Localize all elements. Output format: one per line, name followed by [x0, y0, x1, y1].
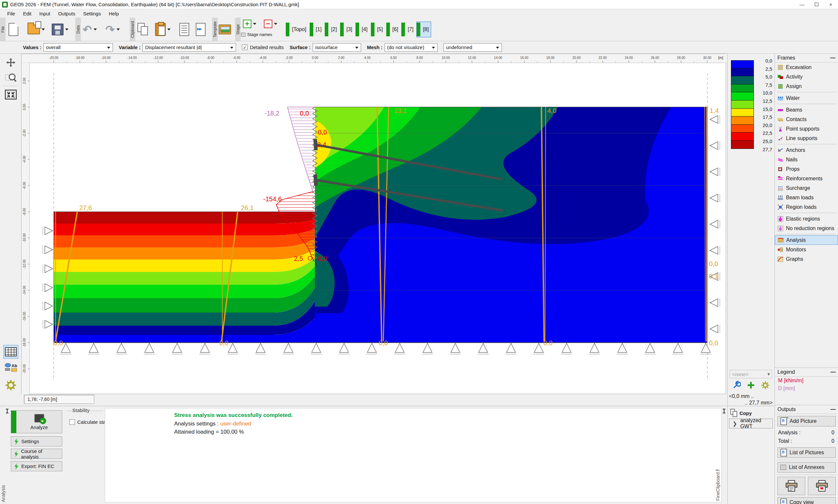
stage-tab-8[interactable]: [8]	[416, 22, 431, 37]
scale-preset-select[interactable]: <none> ▾	[730, 370, 772, 378]
add-stage-button[interactable]: +	[243, 18, 256, 30]
minimize-button[interactable]: —	[795, 0, 809, 9]
scale-edit-button[interactable]	[732, 381, 741, 390]
template-button[interactable]	[219, 20, 231, 39]
redo-button[interactable]: ↷	[105, 20, 120, 39]
stage-tab-Topo[interactable]: [Topo]	[285, 22, 309, 37]
zoom-tool-button[interactable]	[3, 71, 18, 85]
frame-item-props[interactable]: Props	[775, 164, 838, 174]
export-fin-ec-button[interactable]: Export: FIN EC	[11, 461, 62, 471]
stage-tab-7[interactable]: [7]	[401, 22, 416, 37]
stability-group-title: Stability	[70, 408, 92, 413]
frame-item-surcharge[interactable]: Surcharge	[775, 183, 838, 193]
menu-edit[interactable]: Edit	[19, 10, 35, 17]
menu-input[interactable]: Input	[35, 10, 54, 17]
list-of-annexes-button[interactable]: List of Annexes	[778, 462, 836, 472]
outputs-minimize-button[interactable]: —	[831, 407, 836, 412]
close-button[interactable]: ×	[824, 0, 838, 9]
save-button[interactable]	[52, 20, 68, 39]
open-file-button[interactable]	[28, 20, 45, 39]
stability-checkbox[interactable]	[69, 419, 75, 425]
frame-item-region-loads[interactable]: Region loads	[775, 202, 838, 212]
stage-tab-4[interactable]: [4]	[355, 22, 370, 37]
print-selection-button[interactable]	[808, 477, 836, 495]
frame-item-analysis[interactable]: Analysis	[775, 235, 838, 245]
legend-minimize-button[interactable]: —	[831, 369, 836, 375]
deformation-select[interactable]: undeformed	[444, 43, 502, 52]
visualization-settings-button[interactable]	[3, 378, 18, 392]
export-document-button[interactable]	[196, 20, 206, 39]
undo-button[interactable]: ↶	[83, 20, 97, 39]
surface-select[interactable]: isosurface	[313, 43, 361, 52]
excavation-icon	[778, 65, 783, 70]
pan-tool-button[interactable]	[3, 56, 18, 69]
analyze-button[interactable]: Analyze	[11, 410, 62, 433]
frame-item-excavation[interactable]: Excavation	[775, 62, 838, 72]
splitter-handle-right[interactable]	[723, 409, 725, 413]
results-table-button[interactable]	[3, 345, 18, 359]
menu-settings[interactable]: Settings	[79, 10, 105, 17]
stage-tab-5[interactable]: [5]	[371, 22, 385, 37]
frame-item-elastic-regions[interactable]: Elastic regions	[775, 214, 838, 223]
frame-item-nails[interactable]: Nails	[775, 155, 838, 164]
model-canvas[interactable]: -20.00-18.00-16.00-14.00-12.00-10.00-8.0…	[21, 54, 726, 394]
menu-help[interactable]: Help	[105, 10, 123, 17]
frame-item-label: Surcharge	[786, 185, 810, 191]
frame-item-contacts[interactable]: Contacts	[775, 114, 838, 124]
report-button[interactable]	[179, 20, 189, 39]
frame-item-assign[interactable]: Assign	[775, 82, 838, 91]
stage-tab-6[interactable]: [6]	[386, 22, 401, 37]
undo-dropdown-arrow[interactable]	[94, 29, 97, 31]
frame-item-anchors[interactable]: Anchors	[775, 145, 838, 155]
values-select[interactable]: overall	[43, 43, 113, 52]
frame-item-graphs[interactable]: Graphs	[775, 254, 838, 264]
result-label-beam: 4,0	[547, 107, 556, 114]
frame-item-monitors[interactable]: Monitors	[775, 245, 838, 254]
paste-dropdown-arrow[interactable]	[167, 29, 171, 31]
frame-item-beam-loads[interactable]: Beam loads	[775, 193, 838, 202]
frame-item-reinforcements[interactable]: Reinforcements	[775, 174, 838, 183]
settings-button[interactable]: Settings	[11, 436, 62, 446]
frame-item-label: Region loads	[786, 204, 816, 210]
add-picture-button[interactable]: B+ Add Picture	[778, 416, 836, 427]
fit-to-window-button[interactable]	[3, 88, 18, 102]
variable-select[interactable]: Displacement resultant |d|	[142, 43, 236, 52]
new-file-button[interactable]	[8, 20, 18, 39]
mesh-select[interactable]: (do not visualize)	[385, 43, 438, 52]
frame-item-activity[interactable]: Activity	[775, 72, 838, 82]
result-label-beam: 27,6	[79, 204, 92, 212]
paste-button[interactable]	[155, 20, 171, 39]
stage-names-button[interactable]: Stage names	[241, 32, 272, 37]
list-of-pictures-button[interactable]: B List of Pictures	[778, 447, 836, 458]
props-icon	[778, 166, 783, 172]
copy-button[interactable]: Copy	[730, 409, 752, 417]
frame-item-line-supports[interactable]: Line supports	[775, 133, 838, 143]
frame-item-point-supports[interactable]: Point supports	[775, 124, 838, 133]
drawing-settings-button[interactable]: Ab	[3, 361, 18, 374]
splitter-handle-left[interactable]	[6, 409, 8, 413]
remove-stage-button[interactable]: −	[264, 18, 277, 30]
frames-minimize-button[interactable]: —	[830, 55, 835, 61]
stage-tab-3[interactable]: [3]	[340, 22, 355, 37]
frame-item-beams[interactable]: Beams	[775, 105, 838, 114]
maximize-button[interactable]	[809, 0, 824, 9]
open-dropdown-arrow[interactable]	[41, 29, 45, 31]
save-dropdown-arrow[interactable]	[65, 29, 68, 31]
detailed-results-checkbox[interactable]: ✓	[242, 44, 248, 50]
remove-stage-dropdown-arrow[interactable]	[274, 23, 277, 25]
stage-tab-1[interactable]: [1]	[309, 22, 324, 37]
frame-item-no-reduction-regions[interactable]: No reduction regions	[775, 223, 838, 233]
menu-file[interactable]: File	[3, 10, 19, 17]
copy-view-button[interactable]: B↴ Copy view	[778, 497, 836, 504]
stage-tab-2[interactable]: [2]	[324, 22, 339, 37]
redo-dropdown-arrow[interactable]	[117, 29, 120, 31]
scale-settings-button[interactable]	[761, 381, 770, 390]
add-stage-dropdown-arrow[interactable]	[253, 23, 256, 25]
copy-button[interactable]	[138, 20, 149, 39]
menu-outputs[interactable]: Outputs	[54, 10, 79, 17]
frame-item-water[interactable]: Water	[775, 93, 838, 103]
print-button[interactable]	[778, 477, 805, 495]
course-of-analysis-button[interactable]: Course of analysis	[11, 449, 62, 459]
scale-add-button[interactable]	[747, 381, 755, 390]
analyzed-gwt-button[interactable]: ❯ analyzed GWT	[729, 418, 773, 428]
